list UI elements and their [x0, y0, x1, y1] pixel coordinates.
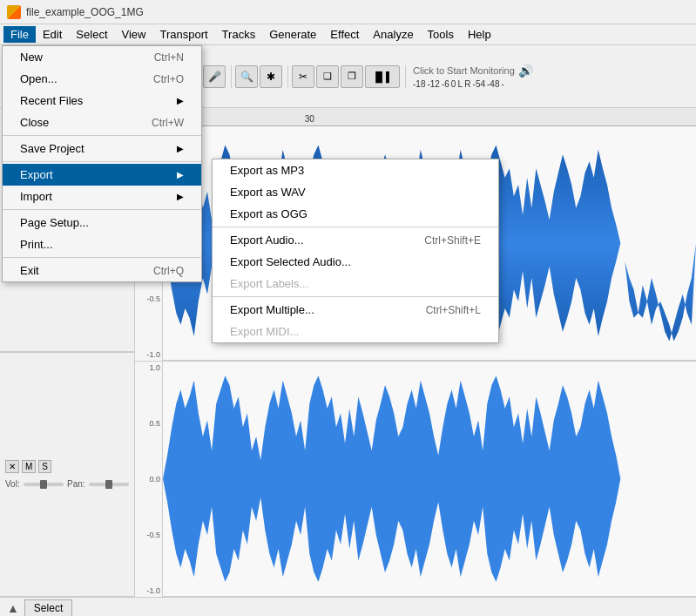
star-tool[interactable]: ✱	[260, 65, 282, 88]
level-minus54: -54	[473, 79, 485, 89]
exp-sep2	[213, 296, 498, 297]
export-multiple[interactable]: Export Multiple... Ctrl+Shift+L	[213, 299, 498, 321]
scale2-top: 1.0	[137, 363, 160, 372]
track2-vol-pan: Vol: Pan:	[5, 479, 129, 489]
menu-tracks[interactable]: Tracks	[215, 26, 263, 43]
level-minus12: -12	[427, 79, 439, 89]
track2-pan[interactable]	[89, 483, 129, 486]
export-selected-audio[interactable]: Export Selected Audio...	[213, 251, 498, 273]
export-midi: Export MIDI...	[213, 321, 498, 342]
scale2-bot: -1.0	[137, 586, 160, 595]
track2-mute-btn[interactable]: M	[22, 460, 36, 473]
menu-open[interactable]: Open... Ctrl+O	[3, 68, 201, 90]
menu-page-setup[interactable]: Page Setup...	[3, 212, 201, 234]
separator1	[3, 135, 201, 136]
export-mp3[interactable]: Export as MP3	[213, 159, 498, 181]
export-ogg[interactable]: Export as OGG	[213, 203, 498, 225]
separator3	[3, 209, 201, 210]
waveform2-svg	[163, 362, 696, 596]
menu-print[interactable]: Print...	[3, 234, 201, 255]
menu-edit[interactable]: Edit	[36, 26, 69, 43]
paste-tool[interactable]: ❒	[341, 65, 363, 88]
menu-exit[interactable]: Exit Ctrl+Q	[3, 260, 201, 281]
track2-waveform[interactable]	[163, 362, 696, 597]
menu-import[interactable]: Import	[3, 186, 201, 207]
level-minus18: -18	[413, 79, 425, 89]
export-submenu: Export as MP3 Export as WAV Export as OG…	[212, 159, 499, 343]
export-labels: Export Labels...	[213, 273, 498, 294]
track2-close-btn[interactable]: ✕	[5, 460, 19, 473]
menu-tools[interactable]: Tools	[421, 26, 461, 43]
menu-bar: File Edit Select View Transport Tracks G…	[0, 24, 696, 45]
menu-analyze[interactable]: Analyze	[366, 26, 420, 43]
exp-sep1	[213, 227, 498, 227]
track2-solo-btn[interactable]: S	[38, 460, 51, 473]
level-dash: -	[501, 79, 503, 89]
scale2-mid: 0.5	[137, 419, 160, 428]
file-menu-dropdown: New Ctrl+N Open... Ctrl+O Recent Files C…	[2, 45, 202, 282]
level-lr: L R	[457, 79, 470, 89]
level-zero: 0	[451, 79, 456, 89]
scale2-neg: -0.5	[137, 531, 160, 539]
export-audio[interactable]: Export Audio... Ctrl+Shift+E	[213, 229, 498, 251]
monitor-label[interactable]: Click to Start Monitoring	[413, 65, 515, 76]
track2-volume[interactable]	[24, 483, 64, 486]
status-arrow[interactable]: ▲	[7, 601, 19, 615]
menu-help[interactable]: Help	[461, 26, 498, 43]
scale1-neg: -0.5	[137, 294, 160, 303]
menu-save-project[interactable]: Save Project	[3, 138, 201, 159]
menu-file[interactable]: File	[3, 26, 36, 43]
separator2	[3, 161, 201, 162]
menu-recent-files[interactable]: Recent Files	[3, 90, 201, 112]
level-minus6: -6	[442, 79, 449, 89]
scale2-zero: 0.0	[137, 475, 160, 484]
timeline-mark-30: 30	[305, 114, 314, 124]
copy-tool[interactable]: ❑	[316, 65, 339, 88]
menu-view[interactable]: View	[115, 26, 153, 43]
separator4	[3, 257, 201, 258]
trim-tool[interactable]: ▐▌▌	[365, 65, 400, 88]
cut-tool[interactable]: ✂	[292, 65, 314, 88]
app-icon	[7, 5, 21, 19]
menu-export[interactable]: Export	[3, 164, 201, 186]
select-button[interactable]: Select	[24, 599, 72, 617]
mic-icon[interactable]: 🎤	[203, 65, 226, 88]
zoom-tool[interactable]: 🔍	[235, 65, 258, 88]
export-wav[interactable]: Export as WAV	[213, 181, 498, 203]
menu-transport[interactable]: Transport	[152, 26, 214, 43]
scale1-bot: -1.0	[137, 350, 160, 359]
title-bar: file_example_OOG_1MG	[0, 0, 696, 24]
menu-close[interactable]: Close Ctrl+W	[3, 112, 201, 133]
menu-generate[interactable]: Generate	[262, 26, 323, 43]
menu-new[interactable]: New Ctrl+N	[3, 46, 201, 68]
menu-select[interactable]: Select	[69, 26, 114, 43]
menu-effect[interactable]: Effect	[323, 26, 366, 43]
volume-icon: 🔊	[518, 64, 533, 78]
timeline: 30	[135, 108, 696, 126]
status-bar: ▲ Select	[0, 597, 696, 616]
window-title: file_example_OOG_1MG	[26, 6, 144, 18]
track2-info: ✕ M S Vol: Pan:	[0, 352, 134, 597]
level-minus48: -48	[487, 79, 499, 89]
